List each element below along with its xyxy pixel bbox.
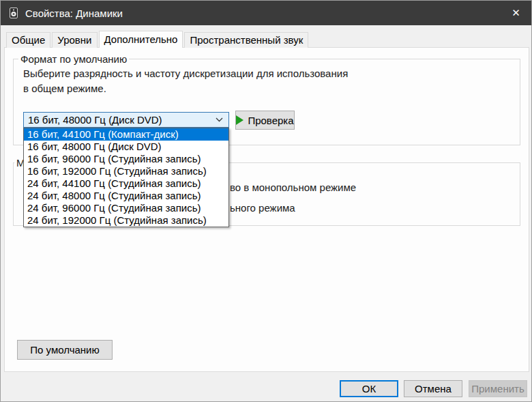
dropdown-item[interactable]: 24 бит, 44100 Гц (Студийная запись) bbox=[24, 177, 228, 190]
window-title: Свойства: Динамики bbox=[25, 8, 123, 19]
dropdown-item[interactable]: 24 бит, 192000 Гц (Студийная запись) bbox=[24, 214, 228, 227]
tab-spatial-sound[interactable]: Пространственный звук bbox=[184, 32, 308, 48]
restore-defaults-button[interactable]: По умолчанию bbox=[17, 340, 113, 360]
cancel-button[interactable]: Отмена bbox=[404, 380, 462, 397]
tab-levels[interactable]: Уровни bbox=[52, 32, 97, 48]
apply-button: Применить bbox=[469, 380, 527, 397]
tab-strip: Общие Уровни Дополнительно Пространствен… bbox=[6, 31, 310, 48]
titlebar: Свойства: Динамики ✕ bbox=[1, 1, 531, 25]
play-icon bbox=[236, 115, 243, 125]
apply-label: Применить bbox=[471, 383, 524, 394]
dropdown-item[interactable]: 16 бит, 48000 Гц (Диск DVD) bbox=[24, 141, 228, 153]
ok-label: ОК bbox=[362, 383, 376, 394]
format-dropdown-list: 16 бит, 44100 Гц (Компакт-диск) 16 бит, … bbox=[23, 128, 229, 227]
format-description-line1: Выберите разрядность и частоту дискретиз… bbox=[23, 68, 348, 79]
dropdown-item[interactable]: 24 бит, 48000 Гц (Студийная запись) bbox=[24, 190, 228, 202]
format-combobox-value: 16 бит, 48000 Гц (Диск DVD) bbox=[24, 114, 162, 126]
close-glyph: ✕ bbox=[512, 7, 520, 19]
test-button[interactable]: Проверка bbox=[235, 111, 295, 130]
chevron-down-icon bbox=[216, 117, 223, 122]
exclusive-checkbox-text-fragment-1: во в монопольном режиме bbox=[230, 182, 356, 193]
dropdown-item[interactable]: 16 бит, 96000 Гц (Студийная запись) bbox=[24, 153, 228, 165]
test-button-label: Проверка bbox=[248, 115, 293, 126]
speaker-icon bbox=[8, 7, 20, 19]
dropdown-item[interactable]: 24 бит, 96000 Гц (Студийная запись) bbox=[24, 202, 228, 214]
close-icon[interactable]: ✕ bbox=[501, 1, 531, 25]
exclusive-checkbox-text-fragment-2: ьного режима bbox=[230, 202, 295, 214]
properties-dialog: Свойства: Динамики ✕ Общие Уровни Дополн… bbox=[0, 0, 532, 402]
format-combobox[interactable]: 16 бит, 48000 Гц (Диск DVD) bbox=[23, 112, 229, 128]
restore-defaults-label: По умолчанию bbox=[30, 344, 99, 356]
tab-advanced[interactable]: Дополнительно bbox=[99, 31, 183, 48]
dropdown-item[interactable]: 16 бит, 44100 Гц (Компакт-диск) bbox=[24, 128, 228, 141]
tab-general[interactable]: Общие bbox=[6, 32, 50, 48]
format-description-line2: в общем режиме. bbox=[23, 83, 106, 94]
cancel-label: Отмена bbox=[415, 383, 452, 394]
dropdown-item[interactable]: 16 бит, 192000 Гц (Студийная запись) bbox=[24, 165, 228, 177]
ok-button[interactable]: ОК bbox=[340, 380, 398, 397]
groupbox-default-format-label: Формат по умолчанию bbox=[18, 53, 129, 65]
